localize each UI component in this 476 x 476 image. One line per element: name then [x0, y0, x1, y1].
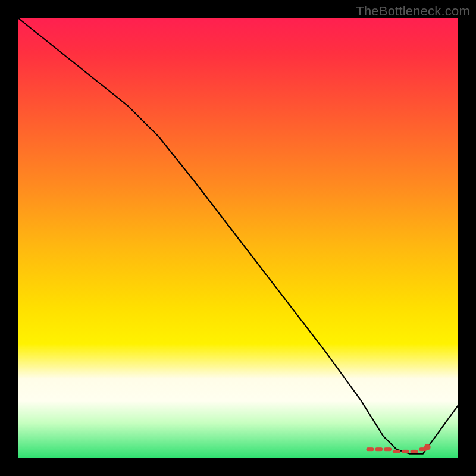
attribution-label: TheBottleneck.com: [356, 4, 470, 19]
bottleneck-curve: [18, 18, 458, 454]
plot-area: [18, 18, 458, 458]
optimal-marker: [393, 450, 400, 453]
optimal-marker: [375, 448, 383, 451]
optimal-range-markers: [367, 444, 430, 453]
chart-frame: TheBottleneck.com: [0, 0, 476, 476]
optimal-marker: [411, 450, 418, 453]
optimal-marker: [402, 450, 409, 453]
optimal-marker-tail: [424, 444, 430, 450]
optimal-marker: [384, 448, 392, 451]
optimal-marker: [367, 448, 374, 451]
chart-svg: [18, 18, 458, 458]
